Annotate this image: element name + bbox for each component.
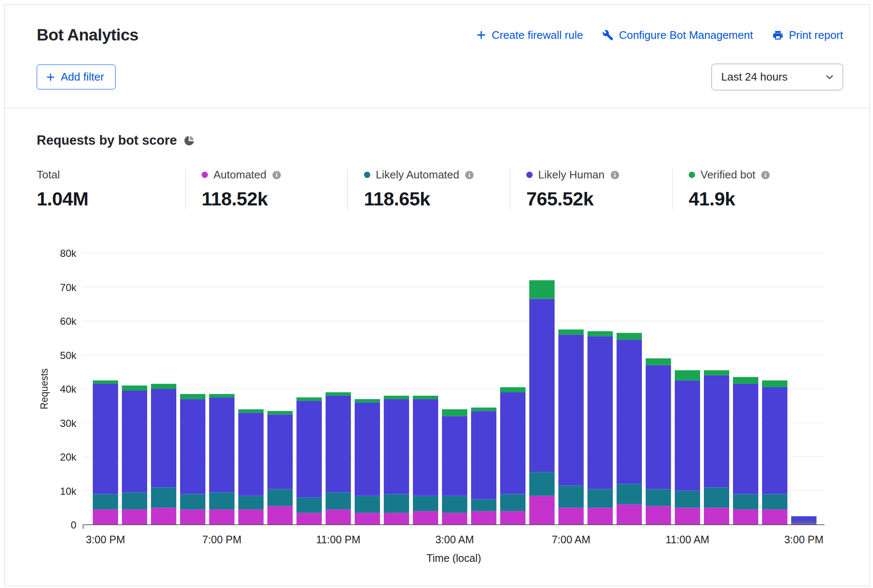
bar-segment-verified-bot[interactable] <box>151 384 176 389</box>
bar-segment-likely-automated[interactable] <box>791 521 816 523</box>
bar-segment-verified-bot[interactable] <box>122 386 147 391</box>
bar-segment-verified-bot[interactable] <box>267 411 293 414</box>
bar-segment-likely-human[interactable] <box>791 516 816 521</box>
bar-segment-verified-bot[interactable] <box>762 380 787 387</box>
bar-segment-likely-automated[interactable] <box>413 496 438 511</box>
info-icon[interactable] <box>610 170 620 180</box>
bar-segment-automated[interactable] <box>209 510 234 525</box>
bar-segment-likely-automated[interactable] <box>762 494 787 510</box>
bar-segment-likely-automated[interactable] <box>587 489 613 507</box>
bar-segment-likely-human[interactable] <box>442 416 467 496</box>
bar-segment-automated[interactable] <box>675 508 700 525</box>
bar-segment-likely-automated[interactable] <box>529 472 555 496</box>
bar-segment-automated[interactable] <box>384 513 409 525</box>
bar-segment-likely-human[interactable] <box>413 399 438 496</box>
bar-segment-likely-human[interactable] <box>180 399 205 494</box>
bar-segment-likely-automated[interactable] <box>355 496 380 513</box>
bar-segment-likely-human[interactable] <box>151 389 176 487</box>
bar-segment-verified-bot[interactable] <box>384 396 409 399</box>
bar-segment-verified-bot[interactable] <box>675 370 700 380</box>
bar-segment-verified-bot[interactable] <box>180 394 205 399</box>
bar-segment-automated[interactable] <box>587 508 613 525</box>
bar-segment-likely-automated[interactable] <box>93 494 118 510</box>
bar-segment-likely-automated[interactable] <box>617 484 642 504</box>
bar-segment-likely-human[interactable] <box>238 413 264 496</box>
bar-segment-automated[interactable] <box>180 510 205 525</box>
bar-segment-likely-human[interactable] <box>704 375 729 488</box>
bar-segment-likely-human[interactable] <box>587 336 613 489</box>
info-icon[interactable] <box>761 170 770 180</box>
bar-segment-verified-bot[interactable] <box>529 280 555 299</box>
bar-segment-likely-automated[interactable] <box>646 489 671 506</box>
bar-segment-likely-automated[interactable] <box>209 493 234 510</box>
bar-segment-verified-bot[interactable] <box>413 396 438 399</box>
bar-segment-verified-bot[interactable] <box>209 394 234 397</box>
add-filter-button[interactable]: Add filter <box>37 65 116 89</box>
bar-segment-automated[interactable] <box>355 513 380 525</box>
bar-segment-likely-human[interactable] <box>500 392 525 494</box>
bar-segment-likely-automated[interactable] <box>238 496 264 510</box>
bar-segment-automated[interactable] <box>151 508 176 525</box>
bar-segment-verified-bot[interactable] <box>617 333 642 340</box>
bar-segment-verified-bot[interactable] <box>296 397 322 401</box>
bar-segment-likely-human[interactable] <box>675 380 700 491</box>
bar-segment-likely-human[interactable] <box>122 391 147 493</box>
bar-segment-likely-automated[interactable] <box>326 493 351 510</box>
bar-segment-likely-automated[interactable] <box>558 486 584 507</box>
bar-segment-likely-human[interactable] <box>471 411 496 499</box>
bar-segment-verified-bot[interactable] <box>471 407 496 411</box>
bar-segment-automated[interactable] <box>238 510 264 525</box>
bar-segment-likely-automated[interactable] <box>384 494 409 513</box>
bar-segment-automated[interactable] <box>296 513 322 525</box>
info-icon[interactable] <box>465 170 474 180</box>
bar-segment-automated[interactable] <box>471 511 496 525</box>
time-range-select[interactable]: Last 24 hours <box>711 64 843 90</box>
bar-segment-likely-human[interactable] <box>733 384 758 494</box>
bar-segment-likely-human[interactable] <box>646 365 671 489</box>
bar-segment-verified-bot[interactable] <box>733 377 758 384</box>
bar-segment-automated[interactable] <box>500 511 525 525</box>
bar-segment-automated[interactable] <box>762 510 787 525</box>
bar-segment-likely-automated[interactable] <box>675 491 700 508</box>
bar-segment-verified-bot[interactable] <box>442 409 467 416</box>
bar-segment-automated[interactable] <box>617 504 642 525</box>
bar-segment-automated[interactable] <box>529 496 555 525</box>
bar-segment-likely-human[interactable] <box>762 387 787 494</box>
bar-segment-likely-human[interactable] <box>209 397 234 492</box>
bar-segment-automated[interactable] <box>704 508 729 525</box>
bar-segment-verified-bot[interactable] <box>646 359 671 365</box>
bar-segment-automated[interactable] <box>442 513 467 525</box>
bar-segment-likely-automated[interactable] <box>267 489 293 506</box>
print-report-link[interactable]: Print report <box>772 29 843 42</box>
create-firewall-rule-link[interactable]: Create firewall rule <box>476 29 583 42</box>
bar-segment-likely-human[interactable] <box>558 334 584 486</box>
bar-segment-likely-human[interactable] <box>93 384 118 494</box>
bar-segment-automated[interactable] <box>733 510 758 525</box>
bar-segment-likely-automated[interactable] <box>704 487 729 507</box>
bar-segment-likely-automated[interactable] <box>180 494 205 510</box>
bar-segment-likely-automated[interactable] <box>296 498 322 513</box>
bar-segment-verified-bot[interactable] <box>326 392 351 396</box>
bar-segment-automated[interactable] <box>413 511 438 525</box>
bar-segment-automated[interactable] <box>267 506 293 525</box>
bar-segment-likely-human[interactable] <box>326 396 351 492</box>
bar-segment-likely-automated[interactable] <box>122 493 147 510</box>
bar-segment-automated[interactable] <box>558 508 584 525</box>
bar-segment-automated[interactable] <box>122 510 147 525</box>
configure-bot-management-link[interactable]: Configure Bot Management <box>602 29 753 42</box>
bar-segment-likely-human[interactable] <box>529 299 555 472</box>
bar-segment-verified-bot[interactable] <box>500 387 525 392</box>
bar-segment-likely-human[interactable] <box>267 414 293 489</box>
bar-segment-likely-human[interactable] <box>355 402 380 496</box>
bar-segment-verified-bot[interactable] <box>238 409 264 413</box>
bar-segment-likely-automated[interactable] <box>500 494 525 511</box>
bar-segment-verified-bot[interactable] <box>355 399 380 402</box>
bar-segment-verified-bot[interactable] <box>558 329 584 334</box>
bar-segment-verified-bot[interactable] <box>704 370 729 375</box>
bar-segment-likely-automated[interactable] <box>471 499 496 511</box>
bar-segment-automated[interactable] <box>646 506 671 525</box>
bar-segment-likely-human[interactable] <box>617 340 642 484</box>
bar-segment-likely-human[interactable] <box>296 401 322 497</box>
bar-segment-verified-bot[interactable] <box>587 331 613 336</box>
bar-segment-likely-automated[interactable] <box>733 494 758 510</box>
